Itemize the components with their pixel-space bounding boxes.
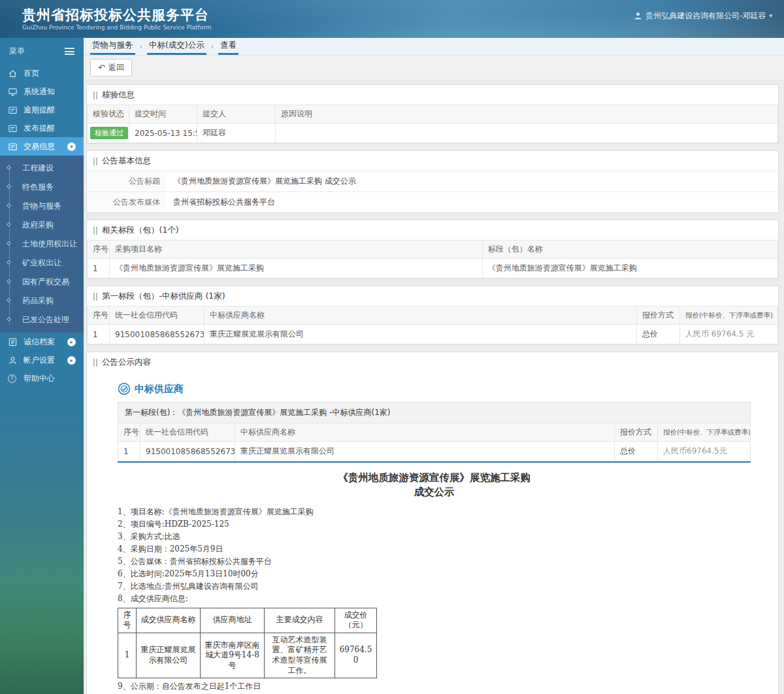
doc-line: 3、采购方式:比选 (118, 531, 751, 544)
field-label: 公告标题 (87, 171, 167, 192)
back-button-label: 返回 (108, 62, 124, 73)
deal-content-cell: 互动艺术造型装置、富矿精开艺术造型等宣传展工作。 (265, 633, 335, 678)
doc-line: 8、成交供应商信息: (118, 593, 751, 606)
document-lines: 1、项目名称:《贵州地质旅游资源宣传展》展览施工采购 2、项目编号:HDZB-2… (118, 506, 751, 694)
winner-supplier-heading: 中标供应商 (118, 377, 751, 402)
col-header: 提交时间 (129, 105, 197, 124)
col-header: 供应商地址 (201, 608, 265, 633)
document-supplier-table: 序号 成交供应商名称 供应商地址 主要成交内容 成交价（元） 1 重庆正耀展览展… (118, 608, 377, 679)
sidebar-subitem-land-use-rights[interactable]: 土地使用权出让 (0, 235, 84, 254)
back-icon: ↶ (98, 63, 105, 72)
back-button[interactable]: ↶ 返回 (90, 59, 132, 76)
verification-info-section: 核验信息 核验状态 提交时间 提交人 原因说明 核验通过 2025-05-13 … (86, 84, 779, 144)
quote-price-cell: 人民币 69764.5 元 (680, 325, 778, 344)
verification-table: 核验状态 提交时间 提交人 原因说明 核验通过 2025-05-13 15:56… (87, 105, 778, 143)
col-header: 采购项目名称 (110, 240, 483, 259)
sidebar-item-credit-archive[interactable]: 诚信档案 ▸ (0, 333, 84, 351)
person-icon (8, 355, 18, 365)
breadcrumb-goods-and-services[interactable]: 货物与服务 (90, 37, 135, 55)
subitem-label: 特色服务 (22, 182, 54, 191)
announcement-content-section: 公告公示内容 中标供应商 第一标段(包)：《贵州地质旅游资源宣传展》展览施工采购… (86, 352, 779, 694)
breadcrumb-view[interactable]: 查看 (218, 37, 238, 55)
row-no-cell: 1 (118, 633, 137, 678)
supplier-name-cell: 重庆正耀展览展示有限公司 (235, 442, 615, 461)
quote-method-cell: 总价 (637, 325, 680, 344)
section-marker (93, 91, 97, 99)
monitor-icon (8, 87, 18, 97)
sidebar-subitem-engineering-construction[interactable]: 工程建设 (0, 159, 84, 178)
col-header: 序号 (88, 240, 110, 259)
diamond-bullet-icon (7, 165, 11, 170)
sidebar-item-account-settings[interactable]: 帐户设置 ▸ (0, 351, 84, 369)
section-title-row: 核验信息 (87, 85, 778, 105)
subitem-label: 工程建设 (22, 163, 54, 173)
breadcrumb-separator-icon: › (140, 42, 142, 51)
sidebar-item-label: 发布提醒 (24, 123, 76, 134)
document-subtitle: 成交公示 (118, 485, 751, 499)
sidebar-item-publish-reminders[interactable]: 发布提醒 (0, 119, 84, 137)
sidebar-menu-header: 菜单 (0, 38, 84, 64)
table-row: 核验通过 2025-05-13 15:56 邓廷容 (88, 124, 778, 143)
sidebar-subitem-published-announcements[interactable]: 已发公告处理 (0, 310, 84, 329)
quote-method-cell: 总价 (615, 442, 658, 461)
diamond-bullet-icon (7, 279, 11, 284)
sidebar-item-label: 首页 (24, 68, 76, 79)
sidebar-item-trade-info[interactable]: 交易信息 ▾ (0, 137, 84, 156)
section-title: 核验信息 (102, 90, 135, 101)
field-value: 《贵州地质旅游资源宣传展》展览施工采购 成交公示 (167, 171, 778, 192)
document-title: 《贵州地质旅游资源宣传展》展览施工采购 (118, 471, 751, 485)
table-row: 1 重庆正耀展览展示有限公司 重庆市南岸区南城大道9号14-8号 互动艺术造型装… (118, 633, 377, 678)
breadcrumb: 货物与服务 › 中标(成交)公示 › 查看 (84, 38, 784, 56)
subitem-label: 矿业权出让 (22, 258, 61, 267)
table-row: 公告标题 《贵州地质旅游资源宣传展》展览施工采购 成交公示 (87, 171, 778, 192)
col-header: 报价方式 (637, 306, 680, 325)
sidebar-subitem-goods-and-services[interactable]: 货物与服务 (0, 197, 84, 216)
diamond-bullet-icon (7, 222, 11, 227)
doc-line: 6、比选时间:2025年5月13日10时00分 (118, 569, 751, 581)
winner-supplier-table: 序号 统一社会信用代码 中标供应商名称 报价方式 报价(中标价、下浮率或费率) … (87, 306, 778, 344)
section-title: 公告公示内容 (102, 357, 151, 368)
hamburger-menu-icon[interactable] (65, 48, 74, 55)
table-header-row: 核验状态 提交时间 提交人 原因说明 (88, 105, 778, 124)
chevron-down-circle-icon: ▾ (67, 142, 76, 151)
user-menu[interactable]: 贵州弘典建设咨询有限公司-邓廷容 ▾ (634, 10, 772, 22)
sidebar-item-label: 系统通知 (24, 86, 76, 97)
verify-reason-cell (276, 124, 778, 143)
winner-supplier-section: 第一标段（包）-中标供应商 (1家) 序号 统一社会信用代码 中标供应商名称 报… (86, 286, 779, 345)
chevron-down-icon: ▾ (769, 12, 772, 19)
user-icon (634, 12, 642, 20)
col-header: 报价(中标价、下浮率或费率) (658, 423, 751, 442)
row-no-cell: 1 (88, 259, 110, 278)
subitem-label: 土地使用权出让 (22, 239, 77, 248)
sidebar-submenu: 工程建设 特色服务 货物与服务 政府采购 土地使用权出让 矿业权出让 国有产权交… (0, 156, 84, 333)
sidebar-subitem-featured-services[interactable]: 特色服务 (0, 178, 84, 197)
sidebar-subitem-drug-procurement[interactable]: 药品采购 (0, 291, 84, 310)
sidebar-item-system-notifications[interactable]: 系统通知 (0, 82, 84, 101)
sidebar-subitem-government-procurement[interactable]: 政府采购 (0, 216, 84, 235)
breadcrumb-separator-icon: › (211, 42, 214, 51)
row-no-cell: 1 (88, 325, 110, 344)
sidebar-item-home[interactable]: 首页 (0, 64, 84, 82)
supplier-address-cell: 重庆市南岸区南城大道9号14-8号 (201, 633, 265, 678)
sidebar-item-help-center[interactable]: ? 帮助中心 (0, 369, 84, 388)
sidebar-subitem-state-owned-property[interactable]: 国有产权交易 (0, 273, 84, 291)
verify-time-cell: 2025-05-13 15:56 (129, 124, 197, 143)
sidebar-item-label: 交易信息 (24, 141, 62, 152)
col-header: 核验状态 (88, 105, 129, 124)
folder-icon (8, 142, 18, 152)
package-name-cell: 《贵州地质旅游资源宣传展》展览施工采购 (482, 259, 777, 278)
sidebar-subitem-mining-rights[interactable]: 矿业权出让 (0, 254, 84, 273)
subitem-label: 货物与服务 (22, 201, 61, 210)
section-marker (93, 157, 97, 165)
sidebar-item-overdue-reminders[interactable]: 逾期提醒 (0, 101, 84, 119)
diamond-bullet-icon (7, 260, 11, 265)
col-header: 中标供应商名称 (204, 306, 637, 325)
col-header: 报价方式 (615, 423, 658, 442)
sidebar-item-label: 帮助中心 (24, 373, 76, 384)
project-name-cell: 《贵州地质旅游资源宣传展》展览施工采购 (110, 259, 483, 278)
deal-price-cell: 69764.50 (335, 633, 377, 678)
breadcrumb-award-announcement[interactable]: 中标(成交)公示 (147, 37, 206, 55)
supplier-name-cell: 重庆正耀展览展示有限公司 (204, 325, 637, 344)
sidebar-item-label: 逾期提醒 (24, 105, 76, 116)
sidebar: 菜单 首页 系统通知 逾期提醒 发布提醒 (0, 38, 84, 694)
